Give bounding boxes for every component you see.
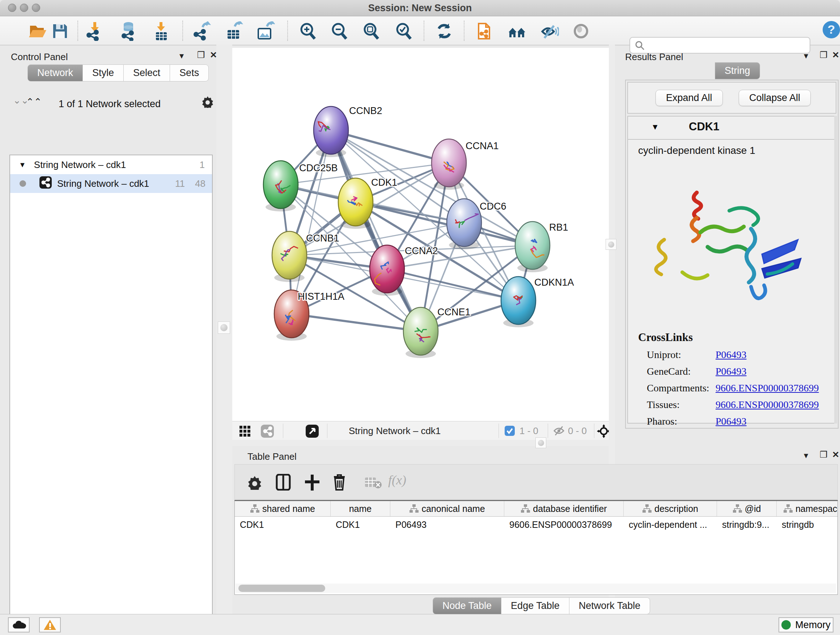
- help-icon[interactable]: ?: [822, 20, 840, 40]
- zoom-in-icon[interactable]: [298, 21, 317, 41]
- delete-column-trash-icon[interactable]: [332, 473, 347, 492]
- apply-function-icon[interactable]: f(x): [388, 472, 406, 488]
- crosslink-link[interactable]: 9606.ENSP00000378699: [715, 399, 819, 410]
- tab-node-table[interactable]: Node Table: [433, 597, 501, 614]
- node-CDKN1A[interactable]: CDKN1A: [501, 277, 574, 327]
- node-CCNB1[interactable]: CCNB1: [272, 231, 339, 282]
- node-RB1[interactable]: RB1: [515, 222, 568, 272]
- collection-expand-icon[interactable]: ▼: [19, 161, 26, 169]
- collapse-all-button[interactable]: Collapse All: [739, 90, 811, 106]
- new-table-icon[interactable]: [224, 21, 243, 41]
- table-cell[interactable]: CDK1: [331, 519, 390, 530]
- crosslink-link[interactable]: P06493: [715, 416, 747, 427]
- table-row[interactable]: CDK1CDK1P064939606.ENSP00000378699cyclin…: [235, 516, 837, 532]
- node-HIST1H1A[interactable]: HIST1H1A: [274, 290, 344, 340]
- network-row-selected[interactable]: String Network – cdk1 11 48: [10, 174, 212, 193]
- zoom-out-icon[interactable]: [330, 21, 349, 41]
- open-in-new-icon[interactable]: [305, 424, 319, 440]
- cloud-button[interactable]: [8, 617, 30, 632]
- share-file-icon[interactable]: [475, 21, 494, 41]
- results-panel-close-icon[interactable]: ✕: [832, 50, 839, 60]
- tab-style[interactable]: Style: [83, 65, 124, 81]
- table-panel-close-icon[interactable]: ✕: [832, 450, 839, 460]
- new-network-icon[interactable]: [193, 21, 212, 41]
- crosslink-link[interactable]: P06493: [715, 366, 747, 377]
- column-header-@id[interactable]: @id: [717, 501, 777, 516]
- show-eye-icon[interactable]: [572, 21, 591, 41]
- node-label-CDK1: CDK1: [371, 177, 397, 188]
- share-network-icon[interactable]: [261, 424, 274, 440]
- left-splitter-grip[interactable]: [218, 321, 230, 334]
- title-bar: Session: New Session: [0, 0, 840, 16]
- zoom-fit-icon[interactable]: [362, 21, 381, 41]
- control-panel-title: Control Panel: [11, 51, 68, 63]
- results-scrollbar[interactable]: [834, 116, 837, 424]
- expand-all-button[interactable]: Expand All: [655, 90, 723, 106]
- export-image-icon[interactable]: [256, 21, 275, 41]
- column-header-shared-name[interactable]: shared name: [235, 501, 331, 516]
- table-settings-gear-icon[interactable]: [247, 475, 262, 491]
- control-panel-maximize-icon[interactable]: ❒: [197, 50, 205, 60]
- add-column-icon[interactable]: [304, 474, 320, 492]
- table-cell[interactable]: P06493: [390, 519, 504, 530]
- network-collection-row[interactable]: ▼ String Network – cdk1 1: [10, 155, 212, 174]
- table-cell[interactable]: stringdb:9...: [717, 519, 777, 530]
- gene-collapse-icon[interactable]: ▼: [651, 122, 659, 132]
- tab-select[interactable]: Select: [124, 65, 170, 81]
- left-splitter[interactable]: [216, 45, 232, 614]
- network-options-gear-icon[interactable]: [201, 95, 214, 109]
- import-network-file-icon[interactable]: [85, 21, 105, 41]
- table-cell[interactable]: stringdb: [777, 519, 838, 530]
- crosslink-link[interactable]: 9606.ENSP00000378699: [715, 382, 819, 394]
- node-CCNE1[interactable]: CCNE1: [403, 307, 471, 358]
- hidden-eye-icon[interactable]: [553, 425, 565, 438]
- import-table-file-icon[interactable]: [152, 21, 171, 41]
- table-hscrollbar[interactable]: [235, 584, 836, 593]
- show-columns-icon[interactable]: [275, 474, 291, 492]
- node-CDC6[interactable]: CDC6: [447, 199, 507, 249]
- control-panel-float-icon[interactable]: ▾: [180, 51, 184, 61]
- selected-checkbox-icon[interactable]: [504, 425, 515, 438]
- edge-CCNB2-CCNE1[interactable]: [331, 130, 421, 331]
- table-cell[interactable]: 9606.ENSP00000378699: [504, 519, 624, 530]
- import-network-database-icon[interactable]: [120, 21, 139, 41]
- warnings-button[interactable]: [39, 617, 61, 632]
- save-session-icon[interactable]: [50, 21, 70, 41]
- open-session-icon[interactable]: [27, 21, 47, 41]
- edge-CCNA2-CDKN1A[interactable]: [387, 269, 518, 301]
- node-CCNA1[interactable]: CCNA1: [431, 139, 499, 190]
- edge-HIST1H1A-CCNE1[interactable]: [292, 314, 421, 331]
- string-home-icon[interactable]: [508, 21, 527, 41]
- memory-button[interactable]: Memory: [778, 617, 834, 632]
- results-panel-float-icon[interactable]: ▾: [804, 51, 808, 61]
- results-panel-maximize-icon[interactable]: ❒: [820, 50, 828, 60]
- network-view[interactable]: CCNB2CCNA1CDC25BCDK1CDC6RB1CCNB1CCNA2CDK…: [232, 48, 609, 421]
- edge-CCNB2-HIST1H1A[interactable]: [292, 130, 331, 314]
- hide-glasses-icon[interactable]: [539, 21, 559, 41]
- horizontal-splitter[interactable]: [232, 440, 609, 446]
- column-header-name[interactable]: name: [331, 501, 390, 516]
- table-panel-maximize-icon[interactable]: ❒: [820, 450, 828, 460]
- tab-edge-table[interactable]: Edge Table: [501, 597, 569, 614]
- svg-text:?: ?: [828, 22, 835, 36]
- zoom-selected-icon[interactable]: [394, 21, 414, 41]
- birdseye-grid-icon[interactable]: [239, 425, 251, 439]
- column-header-database-identifier[interactable]: database identifier: [504, 501, 624, 516]
- node-CDC25B[interactable]: CDC25B: [264, 161, 338, 211]
- node-CCNB2[interactable]: CCNB2: [314, 105, 382, 157]
- tab-network[interactable]: Network: [27, 65, 83, 81]
- tab-network-table[interactable]: Network Table: [569, 597, 651, 614]
- table-cell[interactable]: cyclin-dependent ...: [624, 519, 717, 530]
- column-header-canonical-name[interactable]: canonical name: [390, 501, 504, 516]
- table-panel-float-icon[interactable]: ▾: [804, 450, 808, 461]
- refresh-view-icon[interactable]: [434, 21, 454, 41]
- gene-entry-header[interactable]: ▼ CDK1: [628, 117, 836, 140]
- table-cell[interactable]: CDK1: [235, 519, 331, 530]
- delete-table-icon[interactable]: [364, 476, 382, 491]
- column-header-namespace[interactable]: namespace: [777, 501, 838, 516]
- results-panel-tab-string[interactable]: String: [715, 62, 760, 79]
- tab-sets[interactable]: Sets: [170, 65, 209, 81]
- crosslink-link[interactable]: P06493: [715, 349, 747, 361]
- column-header-description[interactable]: description: [624, 501, 717, 516]
- table-hscrollbar-thumb[interactable]: [238, 585, 325, 592]
